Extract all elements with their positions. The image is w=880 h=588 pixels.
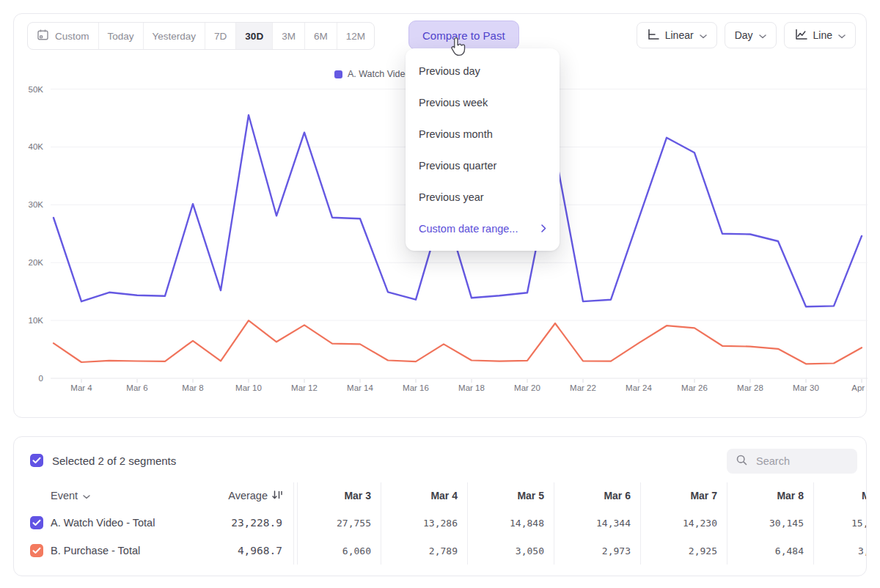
chevron-right-icon — [541, 223, 546, 235]
day-value: 14,230 — [640, 509, 727, 537]
menu-item-previous-year[interactable]: Previous year — [406, 181, 560, 213]
svg-text:50K: 50K — [29, 85, 44, 94]
table-row-watch-video: A. Watch Video - Total 23,228.9 27,755 1… — [14, 509, 867, 537]
menu-item-custom-date-range[interactable]: Custom date range... — [406, 213, 560, 244]
svg-text:Apr 1: Apr 1 — [851, 383, 868, 392]
svg-text:Mar 16: Mar 16 — [403, 383, 429, 392]
day-column-header: Mar 8 — [727, 482, 813, 509]
table-row-purchase: B. Purchase - Total 4,968.7 6,060 2,789 … — [14, 537, 867, 565]
table-header-row: Event Average Mar 3 Mar 4 Mar 5 M — [14, 482, 867, 509]
svg-text:Mar 14: Mar 14 — [347, 383, 373, 392]
svg-text:Mar 12: Mar 12 — [291, 383, 318, 392]
search-input[interactable] — [755, 455, 848, 468]
segment-label: A. Watch Video - Total — [51, 517, 155, 529]
svg-text:Mar 18: Mar 18 — [458, 383, 485, 392]
day-value-clipped: 15, — [813, 509, 867, 537]
svg-text:40K: 40K — [29, 142, 44, 151]
svg-text:Mar 8: Mar 8 — [182, 383, 203, 392]
day-column-header: Mar 5 — [467, 482, 554, 509]
segments-table: Event Average Mar 3 Mar 4 Mar 5 M — [14, 482, 867, 565]
select-all-checkbox[interactable] — [30, 454, 43, 467]
segments-selection-row: Selected 2 of 2 segments — [30, 447, 176, 474]
day-value: 30,145 — [727, 509, 813, 537]
day-value: 6,484 — [727, 537, 813, 565]
event-column-header[interactable]: Event — [14, 482, 210, 509]
svg-text:Mar 6: Mar 6 — [126, 383, 147, 392]
menu-item-previous-day[interactable]: Previous day — [406, 55, 560, 87]
svg-text:Mar 20: Mar 20 — [514, 383, 540, 392]
segment-label: B. Purchase - Total — [51, 545, 140, 556]
day-value: 2,789 — [381, 537, 467, 565]
search-box — [727, 449, 857, 474]
day-value: 2,973 — [554, 537, 640, 565]
legend-swatch — [334, 70, 342, 78]
row-checkbox[interactable] — [30, 544, 43, 557]
svg-text:30K: 30K — [29, 200, 44, 209]
menu-item-previous-quarter[interactable]: Previous quarter — [406, 150, 560, 181]
sort-descending-icon — [272, 490, 282, 502]
svg-text:Mar 30: Mar 30 — [793, 383, 819, 392]
day-column-header: Mar 4 — [381, 482, 467, 509]
svg-text:Mar 24: Mar 24 — [626, 383, 652, 392]
svg-text:0: 0 — [39, 374, 43, 383]
day-value: 14,344 — [554, 509, 640, 537]
compare-to-past-menu: Previous day Previous week Previous mont… — [406, 48, 560, 251]
svg-text:Mar 4: Mar 4 — [70, 383, 92, 392]
day-value: 6,060 — [297, 537, 381, 565]
day-value-clipped: 3, — [813, 537, 867, 565]
svg-text:20K: 20K — [29, 258, 44, 267]
day-column-header-clipped: M — [813, 482, 867, 509]
day-column-header: Mar 3 — [297, 482, 381, 509]
chevron-down-icon — [83, 490, 90, 501]
average-value: 23,228.9 — [210, 509, 294, 537]
svg-text:Mar 28: Mar 28 — [737, 383, 763, 392]
average-column-header[interactable]: Average — [210, 482, 294, 509]
svg-text:Mar 22: Mar 22 — [570, 383, 596, 392]
day-value: 3,050 — [467, 537, 554, 565]
segments-panel: Selected 2 of 2 segments Event Average — [13, 436, 867, 576]
day-value: 13,286 — [381, 509, 467, 537]
day-value: 27,755 — [297, 509, 381, 537]
average-value: 4,968.7 — [210, 537, 294, 565]
svg-text:Mar 10: Mar 10 — [235, 383, 262, 392]
row-checkbox[interactable] — [30, 516, 43, 529]
selected-count-label: Selected 2 of 2 segments — [52, 455, 176, 467]
day-value: 14,848 — [467, 509, 554, 537]
menu-item-previous-week[interactable]: Previous week — [406, 87, 560, 118]
search-icon — [736, 454, 748, 469]
menu-item-previous-month[interactable]: Previous month — [406, 118, 560, 150]
day-value: 2,925 — [640, 537, 727, 565]
day-column-header: Mar 7 — [640, 482, 727, 509]
day-column-header: Mar 6 — [554, 482, 640, 509]
svg-text:Mar 26: Mar 26 — [681, 383, 708, 392]
svg-text:10K: 10K — [29, 316, 44, 325]
